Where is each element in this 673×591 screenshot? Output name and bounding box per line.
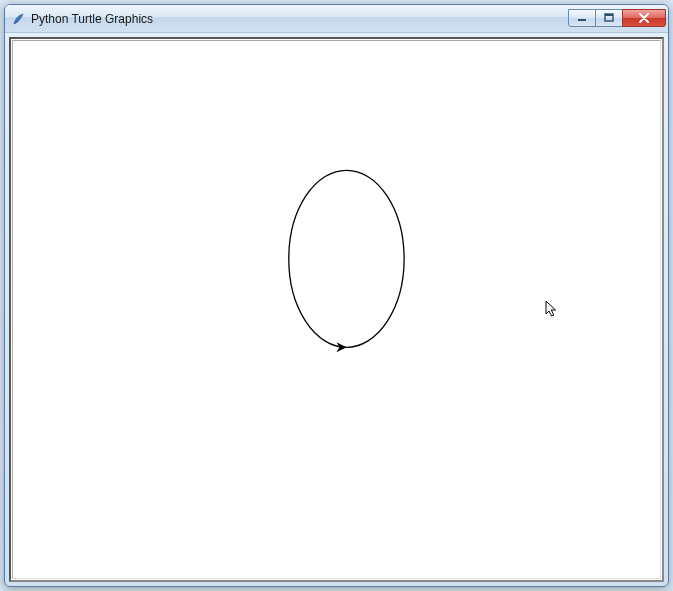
drawing-surface bbox=[13, 41, 660, 578]
drawn-ellipse bbox=[289, 170, 404, 347]
svg-rect-2 bbox=[605, 14, 613, 16]
turtle-cursor bbox=[337, 342, 347, 352]
close-button[interactable] bbox=[622, 9, 666, 27]
svg-rect-0 bbox=[578, 19, 586, 21]
titlebar[interactable]: Python Turtle Graphics bbox=[5, 5, 668, 33]
feather-icon bbox=[11, 11, 27, 27]
window-title: Python Turtle Graphics bbox=[31, 12, 569, 26]
minimize-button[interactable] bbox=[568, 9, 596, 27]
turtle-canvas[interactable] bbox=[12, 40, 661, 579]
window-controls bbox=[569, 9, 666, 27]
maximize-button[interactable] bbox=[595, 9, 623, 27]
canvas-frame bbox=[9, 37, 664, 582]
app-window: Python Turtle Graphics bbox=[4, 4, 669, 587]
